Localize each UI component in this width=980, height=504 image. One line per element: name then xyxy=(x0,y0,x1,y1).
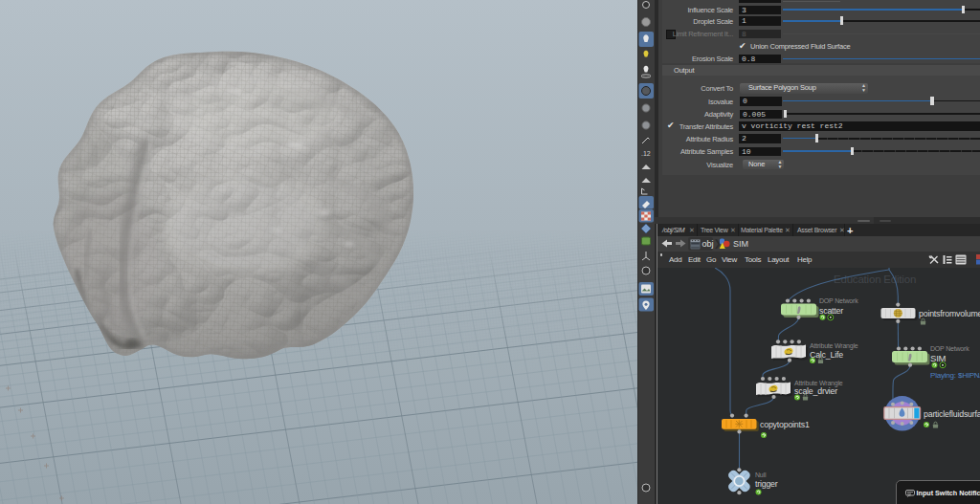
svg-text:Attribute Wrangle: Attribute Wrangle xyxy=(810,342,858,350)
svg-text:.12: .12 xyxy=(641,150,651,157)
svg-text:Calc_Life: Calc_Life xyxy=(810,350,843,360)
svg-text:DOP Network: DOP Network xyxy=(819,297,858,304)
svg-text:particlefluidsurfa: particlefluidsurfa xyxy=(924,409,980,419)
svg-text:Playing: $HIPNAM: Playing: $HIPNAM xyxy=(930,371,980,380)
svg-text:Null: Null xyxy=(755,471,767,478)
svg-text:DOP Network: DOP Network xyxy=(930,345,969,352)
svg-text:scale_drvier: scale_drvier xyxy=(794,386,837,396)
svg-text:SIM: SIM xyxy=(930,353,947,363)
svg-text:copytopoints1: copytopoints1 xyxy=(760,420,810,429)
svg-text:pointsfromvolume: pointsfromvolume xyxy=(919,309,980,318)
svg-text:trigger: trigger xyxy=(755,479,778,489)
